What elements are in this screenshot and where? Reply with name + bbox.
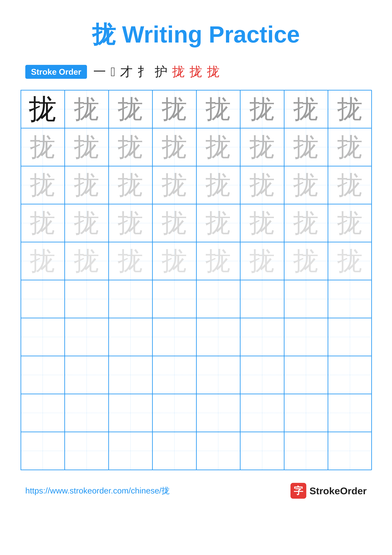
grid-cell[interactable]: 拢 [21,166,65,204]
grid-cell-empty[interactable] [240,280,284,318]
char: 拢 [249,96,275,122]
grid-cell[interactable]: 拢 [240,242,284,280]
grid-cell-empty[interactable] [196,280,240,318]
grid-cell[interactable]: 拢 [196,128,240,166]
grid-cell-empty[interactable] [240,394,284,432]
grid-cell-empty[interactable] [152,394,196,432]
grid-cell[interactable]: 拢 [152,128,196,166]
grid-cell-empty[interactable] [65,394,109,432]
grid-cell-empty[interactable] [109,394,153,432]
page-title: 拢 Writing Practice [92,19,300,51]
grid-cell-empty[interactable] [240,318,284,356]
grid-cell[interactable]: 拢 [284,166,328,204]
grid-cell[interactable]: 拢 [196,90,240,128]
grid-cell[interactable]: 拢 [328,204,372,242]
char: 拢 [30,210,55,236]
grid-cell-empty[interactable] [328,318,372,356]
grid-cell-empty[interactable] [240,432,284,470]
grid-cell[interactable]: 拢 [65,166,109,204]
grid-cell-empty[interactable] [65,318,109,356]
grid-cell-empty[interactable] [328,394,372,432]
grid-cell-empty[interactable] [65,356,109,394]
grid-cell-empty[interactable] [152,280,196,318]
grid-cell[interactable]: 拢 [109,204,153,242]
grid-cell-empty[interactable] [65,432,109,470]
grid-cell[interactable]: 拢 [240,90,284,128]
grid-cell-empty[interactable] [284,280,328,318]
grid-cell-empty[interactable] [65,280,109,318]
grid-cell[interactable]: 拢 [240,204,284,242]
grid-cell[interactable]: 拢 [21,204,65,242]
grid-cell[interactable]: 拢 [109,166,153,204]
grid-cell[interactable]: 拢 [109,128,153,166]
footer: https://www.strokeorder.com/chinese/拢 字 … [19,483,373,499]
footer-url[interactable]: https://www.strokeorder.com/chinese/拢 [25,485,170,496]
grid-cell[interactable]: 拢 [65,128,109,166]
grid-cell-empty[interactable] [109,280,153,318]
char: 拢 [293,248,319,274]
char: 拢 [206,134,231,160]
grid-cell-empty[interactable] [196,318,240,356]
char: 拢 [162,96,187,122]
grid-cell-empty[interactable] [196,432,240,470]
char: 拢 [206,96,231,122]
grid-cell[interactable]: 拢 [65,242,109,280]
char: 拢 [74,96,99,122]
grid-cell[interactable]: 拢 [109,90,153,128]
grid-cell[interactable]: 拢 [328,242,372,280]
grid-cell-empty[interactable] [328,280,372,318]
grid-cell[interactable]: 拢 [328,166,372,204]
grid-cell-empty[interactable] [21,280,65,318]
grid-cell-empty[interactable] [196,356,240,394]
grid-cell[interactable]: 拢 [284,204,328,242]
grid-cell-empty[interactable] [152,318,196,356]
grid-cell-empty[interactable] [284,318,328,356]
char: 拢 [118,134,143,160]
grid-cell[interactable]: 拢 [65,204,109,242]
char: 拢 [74,172,99,198]
grid-cell-empty[interactable] [152,432,196,470]
grid-cell[interactable]: 拢 [284,242,328,280]
grid-cell[interactable]: 拢 [240,128,284,166]
grid-cell[interactable]: 拢 [284,90,328,128]
grid-cell[interactable]: 拢 [328,128,372,166]
grid-cell[interactable]: 拢 [152,242,196,280]
char: 拢 [162,134,187,160]
char: 拢 [206,210,231,236]
grid-cell[interactable]: 拢 [152,204,196,242]
grid-cell[interactable]: 拢 [328,90,372,128]
grid-cell-empty[interactable] [109,432,153,470]
grid-cell-empty[interactable] [284,394,328,432]
grid-cell-empty[interactable] [284,432,328,470]
grid-cell-empty[interactable] [21,432,65,470]
grid-cell-empty[interactable] [240,356,284,394]
grid-cell-empty[interactable] [328,356,372,394]
char: 拢 [118,172,143,198]
grid-cell-empty[interactable] [21,394,65,432]
grid-cell[interactable]: 拢 [21,242,65,280]
grid-cell[interactable]: 拢 [109,242,153,280]
grid-cell[interactable]: 拢 [152,90,196,128]
grid-cell-empty[interactable] [328,432,372,470]
grid-cell[interactable]: 拢 [21,90,65,128]
grid-cell[interactable]: 拢 [196,204,240,242]
grid-cell[interactable]: 拢 [284,128,328,166]
grid-cell[interactable]: 拢 [21,128,65,166]
grid-cell-empty[interactable] [196,394,240,432]
grid-cell[interactable]: 拢 [65,90,109,128]
grid-cell-empty[interactable] [21,318,65,356]
grid-cell[interactable]: 拢 [196,166,240,204]
char: 拢 [293,96,319,122]
stroke-step-4: 扌 [137,63,150,80]
grid-cell[interactable]: 拢 [240,166,284,204]
char: 拢 [293,210,319,236]
grid-cell-empty[interactable] [284,356,328,394]
grid-cell-empty[interactable] [152,356,196,394]
grid-cell[interactable]: 拢 [152,166,196,204]
stroke-order-badge: Stroke Order [25,65,87,79]
grid-cell-empty[interactable] [21,356,65,394]
grid-cell-empty[interactable] [109,318,153,356]
grid-cell[interactable]: 拢 [196,242,240,280]
grid-cell-empty[interactable] [109,356,153,394]
char: 拢 [30,134,55,160]
